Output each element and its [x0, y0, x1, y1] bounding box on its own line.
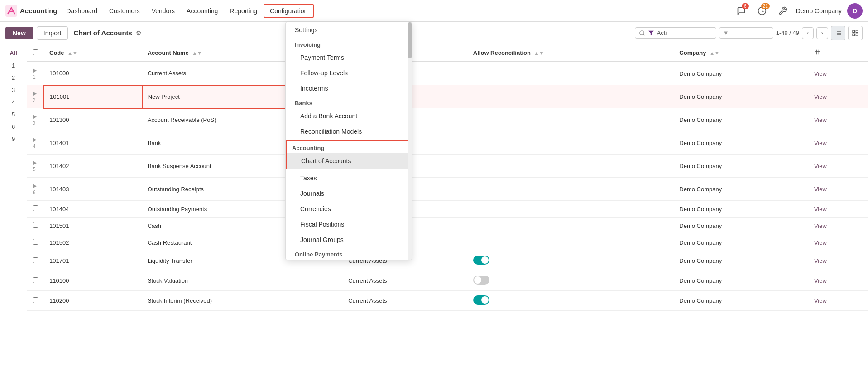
view-link[interactable]: View — [814, 163, 827, 169]
table-row: ▶ 3 101300 Account Receivable (PoS) Re D… — [27, 108, 868, 131]
cell-expand — [27, 291, 44, 311]
menu-currencies[interactable]: Currencies — [286, 201, 412, 217]
view-link[interactable]: View — [814, 297, 827, 304]
dropdown-scrollbar[interactable] — [408, 22, 412, 260]
group-by-dropdown[interactable]: ▼ — [719, 27, 773, 39]
list-view-button[interactable] — [831, 26, 845, 40]
accounts-table: Code ▲▼ Account Name ▲▼ Type ▲▼ Allow Re… — [27, 44, 868, 311]
filter-5[interactable]: 5 — [0, 109, 27, 120]
select-all-checkbox[interactable] — [33, 49, 38, 55]
reconciliation-toggle[interactable] — [473, 295, 489, 305]
cell-company: Demo Company — [674, 251, 809, 271]
nav-right: 6 21 Demo Company D — [734, 3, 863, 19]
tools-button[interactable] — [775, 3, 791, 19]
app-logo[interactable]: Accounting — [5, 5, 58, 17]
next-page-button[interactable]: › — [816, 27, 828, 39]
filter-6[interactable]: 6 — [0, 121, 27, 132]
cell-reconciliation — [468, 85, 674, 108]
prev-page-button[interactable]: ‹ — [802, 27, 814, 39]
cell-code: 101501 — [44, 218, 142, 234]
reconciliation-toggle[interactable] — [473, 256, 489, 265]
nav-vendors[interactable]: Vendors — [146, 5, 180, 17]
cell-expand — [27, 234, 44, 251]
row-checkbox[interactable] — [33, 297, 38, 303]
view-link[interactable]: View — [814, 206, 827, 213]
menu-fiscal-positions[interactable]: Fiscal Positions — [286, 217, 412, 232]
view-link[interactable]: View — [814, 70, 827, 77]
row-checkbox[interactable] — [33, 277, 38, 283]
filter-3[interactable]: 3 — [0, 85, 27, 95]
row-checkbox[interactable] — [33, 257, 38, 263]
filter-1[interactable]: 1 — [0, 60, 27, 71]
view-link[interactable]: View — [814, 116, 827, 123]
menu-journals[interactable]: Journals — [286, 186, 412, 201]
menu-incoterms[interactable]: Incoterms — [286, 81, 412, 96]
table-row: 101404 Outstanding Payments Cu Demo Comp… — [27, 201, 868, 218]
cell-company: Demo Company — [674, 85, 809, 108]
nav-accounting[interactable]: Accounting — [181, 5, 223, 17]
row-checkbox[interactable] — [33, 222, 38, 228]
view-link[interactable]: View — [814, 93, 827, 100]
cell-company: Demo Company — [674, 291, 809, 311]
view-link[interactable]: View — [814, 239, 827, 246]
import-button[interactable]: Import — [37, 26, 68, 40]
menu-followup-levels[interactable]: Follow-up Levels — [286, 65, 412, 81]
menu-taxes[interactable]: Taxes — [286, 170, 412, 186]
settings-gear-icon[interactable]: ⚙ — [136, 29, 142, 37]
svg-point-2 — [639, 30, 643, 34]
filter-4[interactable]: 4 — [0, 97, 27, 107]
new-button[interactable]: New — [5, 27, 33, 39]
cell-name: Stock Interim (Received) — [142, 291, 343, 311]
nav-reporting[interactable]: Reporting — [224, 5, 263, 17]
nav-dashboard[interactable]: Dashboard — [61, 5, 103, 17]
view-link[interactable]: View — [814, 257, 827, 264]
menu-reconciliation-models[interactable]: Reconciliation Models — [286, 124, 412, 139]
cell-company: Demo Company — [674, 131, 809, 155]
view-link[interactable]: View — [814, 186, 827, 193]
svg-rect-14 — [856, 34, 858, 36]
filter-all[interactable]: All — [0, 48, 27, 58]
svg-rect-11 — [853, 30, 855, 33]
cell-reconciliation — [468, 251, 674, 271]
menu-journal-groups[interactable]: Journal Groups — [286, 232, 412, 247]
menu-chart-of-accounts[interactable]: Chart of Accounts — [287, 153, 411, 169]
row-checkbox[interactable] — [33, 205, 38, 211]
left-filter: All 1 2 3 4 5 6 9 — [0, 44, 27, 382]
col-checkbox — [27, 44, 44, 62]
cell-company: Demo Company — [674, 218, 809, 234]
search-box[interactable]: Acti — [635, 27, 716, 39]
actions-label: Acti — [657, 29, 667, 36]
view-link[interactable]: View — [814, 140, 827, 146]
cell-reconciliation — [468, 131, 674, 155]
clock-button[interactable]: 21 — [754, 3, 770, 19]
nav-customers[interactable]: Customers — [104, 5, 145, 17]
menu-section-online-payments: Online Payments — [286, 247, 412, 260]
cell-reconciliation — [468, 155, 674, 178]
page-title: Chart of Accounts — [73, 29, 132, 37]
nav-configuration[interactable]: Configuration — [264, 4, 314, 18]
kanban-view-button[interactable] — [848, 26, 863, 40]
toolbar: New Import Chart of Accounts ⚙ Acti ▼ 1-… — [0, 22, 868, 44]
table-row: ▶ 2 101001 New Project Exp Demo Company … — [27, 85, 868, 108]
cell-expand: ▶ 3 — [27, 108, 44, 131]
clock-badge: 21 — [761, 3, 770, 9]
view-link[interactable]: View — [814, 222, 827, 229]
filter-9[interactable]: 9 — [0, 134, 27, 144]
filter-2[interactable]: 2 — [0, 73, 27, 83]
user-avatar[interactable]: D — [847, 3, 863, 19]
cell-expand: ▶ 5 — [27, 155, 44, 178]
menu-payment-terms[interactable]: Payment Terms — [286, 50, 412, 65]
reconciliation-toggle[interactable] — [473, 276, 489, 285]
config-dropdown: Settings Invoicing Payment Terms Follow-… — [285, 22, 412, 260]
menu-settings[interactable]: Settings — [286, 22, 412, 38]
cell-code: 101300 — [44, 108, 142, 131]
table-row: 101701 Liquidity Transfer Current Assets… — [27, 251, 868, 271]
notification-badge: 6 — [742, 3, 749, 9]
row-checkbox[interactable] — [33, 239, 38, 245]
pagination: 1-49 / 49 ‹ › — [776, 27, 828, 39]
menu-add-bank-account[interactable]: Add a Bank Account — [286, 108, 412, 124]
cell-expand — [27, 201, 44, 218]
view-link[interactable]: View — [814, 277, 827, 284]
notifications-button[interactable]: 6 — [734, 3, 749, 19]
column-settings-icon[interactable] — [814, 49, 820, 55]
